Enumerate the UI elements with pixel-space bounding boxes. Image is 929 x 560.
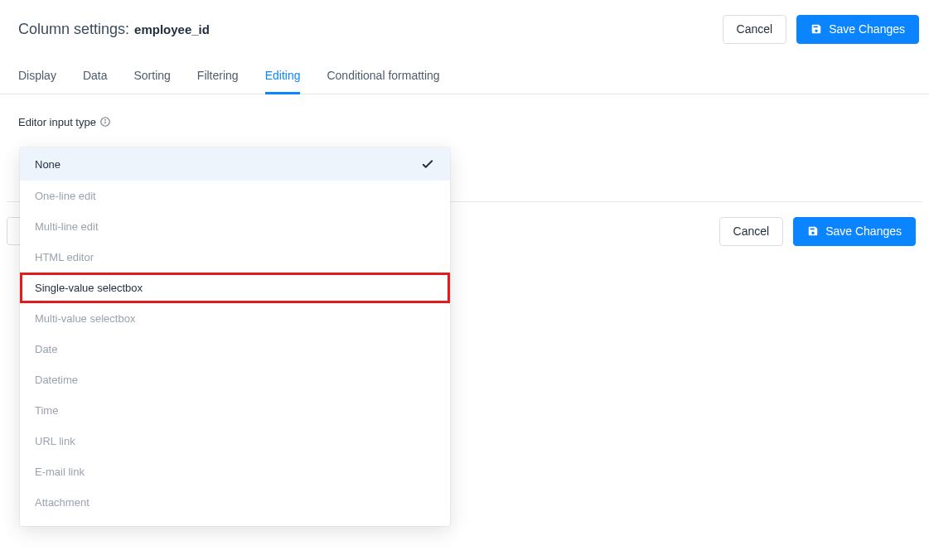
editor-input-type-field: Editor input type — [0, 94, 929, 128]
dropdown-option-label: Date — [35, 343, 57, 355]
dropdown-option-label: HTML editor — [35, 251, 94, 263]
dropdown-option[interactable]: Multi-value selectbox — [20, 303, 450, 334]
check-icon — [420, 157, 435, 171]
save-icon — [807, 225, 819, 237]
dropdown-option-label: Single-value selectbox — [35, 282, 143, 294]
tab-data[interactable]: Data — [83, 59, 108, 94]
dropdown-option[interactable]: E-mail link — [20, 456, 450, 487]
header-actions: Cancel Save Changes — [723, 15, 919, 44]
dropdown-option[interactable]: Single-value selectbox — [20, 273, 450, 303]
dropdown-option[interactable]: Date — [20, 334, 450, 364]
title-prefix: Column settings: — [18, 21, 129, 38]
column-name: employee_id — [134, 22, 210, 36]
tab-editing[interactable]: Editing — [265, 59, 301, 94]
dropdown-option-label: None — [35, 158, 60, 171]
tab-conditional-formatting[interactable]: Conditional formatting — [327, 59, 439, 94]
field-label: Editor input type — [18, 116, 911, 128]
dropdown-option-label: Multi-value selectbox — [35, 312, 135, 325]
footer-actions: Cancel Save Changes — [719, 217, 916, 246]
settings-header: Column settings: employee_id Cancel Save… — [0, 0, 929, 59]
footer-save-button[interactable]: Save Changes — [793, 217, 916, 246]
dropdown-option-label: Time — [35, 404, 58, 417]
save-button[interactable]: Save Changes — [796, 15, 919, 44]
editor-input-type-dropdown[interactable]: NoneOne-line editMulti-line editHTML edi… — [20, 147, 450, 526]
dropdown-option[interactable]: None — [20, 147, 450, 181]
dropdown-option-label: Multi-line edit — [35, 220, 99, 233]
dropdown-option-label: E-mail link — [35, 466, 85, 478]
footer-save-label: Save Changes — [825, 224, 902, 239]
dropdown-option[interactable]: Multi-line edit — [20, 211, 450, 242]
dropdown-option[interactable]: Attachment — [20, 487, 450, 518]
save-icon — [810, 23, 822, 35]
dropdown-option[interactable]: URL link — [20, 426, 450, 456]
cancel-button-label: Cancel — [737, 22, 773, 36]
tabs: Display Data Sorting Filtering Editing C… — [0, 59, 929, 94]
footer-cancel-label: Cancel — [733, 224, 770, 239]
dropdown-option[interactable]: Time — [20, 395, 450, 426]
cancel-button[interactable]: Cancel — [723, 15, 787, 44]
page-title: Column settings: employee_id — [18, 21, 210, 38]
field-label-text: Editor input type — [18, 116, 96, 128]
dropdown-option-label: One-line edit — [35, 190, 96, 202]
dropdown-option[interactable]: One-line edit — [20, 181, 450, 211]
svg-point-2 — [105, 120, 106, 121]
tab-filtering[interactable]: Filtering — [197, 59, 239, 94]
save-button-label: Save Changes — [829, 22, 905, 36]
tab-sorting[interactable]: Sorting — [133, 59, 170, 94]
dropdown-option-label: Attachment — [35, 496, 90, 509]
dropdown-option-label: Datetime — [35, 374, 78, 386]
dropdown-option[interactable]: Datetime — [20, 364, 450, 395]
dropdown-option-label: URL link — [35, 435, 75, 447]
dropdown-option[interactable]: HTML editor — [20, 242, 450, 273]
info-icon[interactable] — [99, 116, 111, 128]
tab-display[interactable]: Display — [18, 59, 56, 94]
footer-cancel-button[interactable]: Cancel — [719, 217, 784, 246]
